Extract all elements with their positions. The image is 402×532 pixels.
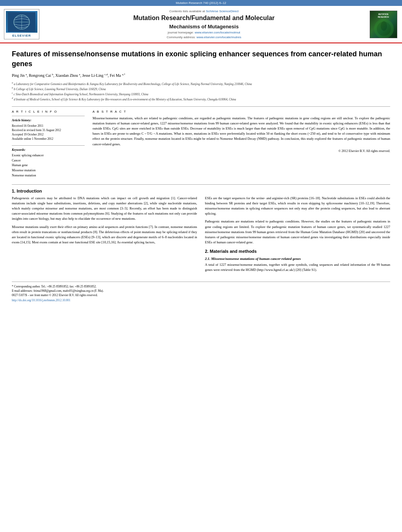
journal-volume-bar: Mutation Research 740 (2012) 6–12	[0, 0, 402, 6]
subsection-2-1-title: 2.1. Missense/nonsense mutations of huma…	[205, 257, 391, 261]
authors-line: Ping Jin a, Rongrong Cai b, Xiaodan Zhou…	[12, 73, 390, 78]
accepted-date: Accepted 19 October 2012	[12, 132, 85, 137]
footnote-section: * Corresponding author. Tel.: +86 25 858…	[12, 282, 390, 302]
keywords-section: Keywords: Exonic splicing enhancer Cance…	[12, 145, 85, 178]
keyword-1: Exonic splicing enhancer	[12, 153, 85, 158]
body-content: 1. Introduction Pathogenesis of cancers …	[12, 189, 390, 276]
abstract-body: Missense/nonsense mutations, which are r…	[93, 116, 390, 146]
intro-para-2: Missense mutations usually exert their e…	[12, 224, 197, 245]
journal-badge: MUTATIONRESEARCH	[370, 11, 397, 38]
article-info-col: A R T I C L E I N F O Article history: R…	[12, 110, 85, 178]
keyword-4: Missense mutation	[12, 168, 85, 173]
footnote-issn: 0027-5107/$ – see front matter © 2012 El…	[12, 293, 390, 297]
section-2-title: 2. Materials and methods	[205, 249, 391, 254]
journal-badge-container: MUTATIONRESEARCH	[369, 9, 398, 39]
elsevier-graphic	[6, 11, 37, 33]
article-info-heading: A R T I C L E I N F O	[12, 110, 85, 113]
footnote-corresponding: * Corresponding author. Tel.: +86 25 858…	[12, 284, 390, 289]
copyright-line: © 2012 Elsevier B.V. All rights reserved…	[93, 149, 390, 153]
available-online-date: Available online 1 November 2012	[12, 137, 85, 141]
intro-right-para-1: ESEs are the target sequences for the se…	[205, 196, 391, 217]
intro-para-1: Pathogenesis of cancers may be attribute…	[12, 196, 197, 222]
history-label: Article history:	[12, 119, 85, 122]
affiliation-d: d d Institute of Medical Genetics, Schoo…	[12, 96, 390, 102]
footnote-doi[interactable]: http://dx.doi.org/10.1016/j.mrfmmm.2012.…	[12, 298, 390, 302]
received-revised-date: Received in revised form 31 August 2012	[12, 128, 85, 132]
divider-2	[12, 184, 390, 185]
article-history-box: Article history: Received 16 October 201…	[12, 116, 85, 141]
affiliation-a: a a Laboratory for Comparative Genomics …	[12, 81, 390, 86]
article-title: Features of missense/nonsense mutations …	[12, 49, 390, 69]
journal-community: Community address: www.elsevier.com/loca…	[43, 35, 365, 39]
footnote-email: E-mail addresses: feima1968@gmail.com, m…	[12, 289, 390, 293]
journal-subtitle: Mechanisms of Mutagenesis	[43, 24, 365, 30]
main-content: Features of missense/nonsense mutations …	[0, 43, 402, 308]
journal-title-main: Mutation Research/Fundamental and Molecu…	[43, 14, 365, 22]
received-date: Received 16 October 2011	[12, 124, 85, 128]
sciverse-link[interactable]: SciVerse ScienceDirect	[206, 9, 239, 13]
keyword-5: Nonsense mutation	[12, 173, 85, 178]
affiliations-block: a a Laboratory for Comparative Genomics …	[12, 81, 390, 102]
contents-line: Contents lists available at SciVerse Sci…	[43, 9, 365, 13]
intro-right-col: ESEs are the target sequences for the se…	[205, 196, 391, 276]
affiliation-c: c c Sino-Dutch Biomedical and Informatio…	[12, 91, 390, 96]
doi-link[interactable]: http://dx.doi.org/10.1016/j.mrfmmm.2012.…	[12, 298, 70, 302]
divider-1	[12, 106, 390, 107]
affiliation-b: b b College of Life Science, Liaoning No…	[12, 86, 390, 91]
elsevier-logo-container: ELSEVIER	[4, 9, 39, 39]
volume-text: Mutation Research 740 (2012) 6–12	[176, 1, 226, 5]
keyword-2: Cancer	[12, 158, 85, 163]
intro-left-col: Pathogenesis of cancers may be attribute…	[12, 196, 197, 276]
abstract-text: Missense/nonsense mutations, which are r…	[93, 116, 390, 147]
info-abstract-row: A R T I C L E I N F O Article history: R…	[12, 110, 390, 178]
subsection-2-1-text: A total of 1227 missense/nonsense mutati…	[205, 262, 391, 272]
elsevier-label: ELSEVIER	[12, 34, 31, 37]
journal-homepage: journal homepage: www.elsevier.com/locat…	[43, 31, 365, 34]
abstract-col: A B S T R A C T Missense/nonsense mutati…	[93, 110, 390, 178]
section-1-title: 1. Introduction	[12, 189, 390, 193]
abstract-heading: A B S T R A C T	[93, 110, 390, 113]
intro-right-para-2: Pathogenic mutations are mutations relat…	[205, 219, 391, 245]
homepage-link[interactable]: www.elsevier.com/locate/molmut	[195, 31, 240, 34]
journal-title-block: Contents lists available at SciVerse Sci…	[43, 9, 365, 39]
keyword-3: Human gene	[12, 163, 85, 168]
community-link[interactable]: www.elsevier.com/locate/mutres	[196, 35, 241, 39]
svg-point-6	[381, 21, 387, 31]
intro-two-col: Pathogenesis of cancers may be attribute…	[12, 196, 390, 276]
journal-header: ELSEVIER Contents lists available at Sci…	[0, 6, 402, 43]
keywords-label: Keywords:	[12, 148, 85, 152]
